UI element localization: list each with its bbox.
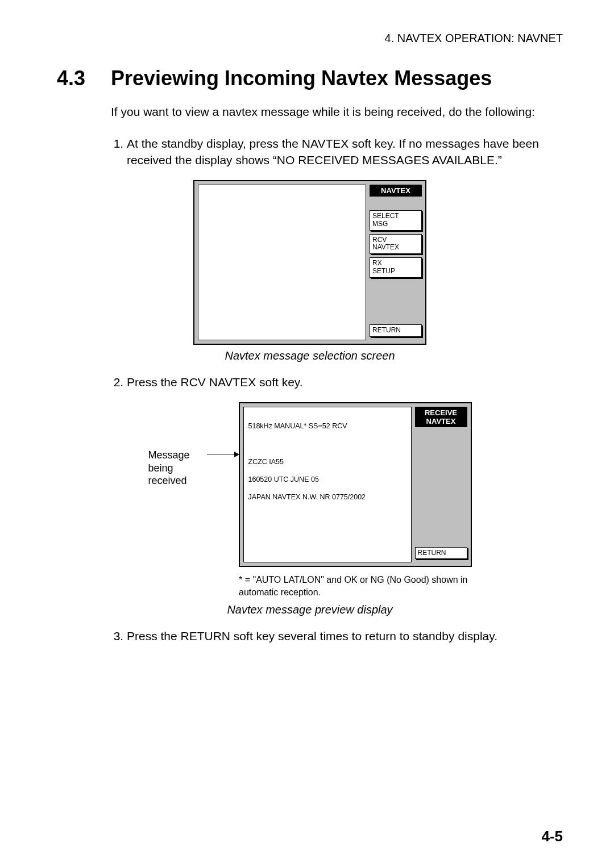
section-number: 4.3 [57,66,111,90]
page: 4. NAVTEX OPERATION: NAVNET 4.3 Previewi… [0,0,614,868]
msg-line-2: 160520 UTC JUNE 05 [248,475,319,483]
chapter-header: 4. NAVTEX OPERATION: NAVNET [57,32,563,45]
figure-2-footnote: * = "AUTO LAT/LON" and OK or NG (No Good… [239,574,472,598]
navtex-selection-screen: NAVTEX SELECT MSG RCV NAVTEX RX SETUP RE… [193,180,426,345]
softkey-title: RECEIVE NAVTEX [415,407,467,427]
step-3: Press the RETURN soft key several times … [127,628,563,644]
step-list-end: Press the RETURN soft key several times … [111,628,563,644]
softkey-return[interactable]: RETURN [370,324,422,337]
softkey-rcv-navtex[interactable]: RCV NAVTEX [370,234,422,254]
page-number: 4-5 [541,828,563,845]
section-title: Previewing Incoming Navtex Messages [111,66,492,90]
softkey-return[interactable]: RETURN [415,547,467,560]
figure-1-wrap: NAVTEX SELECT MSG RCV NAVTEX RX SETUP RE… [57,180,563,345]
softkey-rx-setup[interactable]: RX SETUP [370,257,422,278]
step-list-cont: Press the RCV NAVTEX soft key. [111,374,563,390]
softkey-title: NAVTEX [370,185,422,197]
step-1: At the standby display, press the NAVTEX… [127,136,563,168]
status-line: 518kHz MANUAL* SS=52 RCV [248,422,347,430]
display-area: 518kHz MANUAL* SS=52 RCV ZCZC IA55 16052… [243,407,412,562]
softkey-column: NAVTEX SELECT MSG RCV NAVTEX RX SETUP RE… [370,185,422,340]
msg-line-1: ZCZC IA55 [248,458,284,466]
step-list: At the standby display, press the NAVTEX… [111,136,563,168]
figure-1-caption: Navtex message selection screen [57,349,563,362]
navtex-preview-screen: 518kHz MANUAL* SS=52 RCV ZCZC IA55 16052… [239,402,472,567]
callout-arrow-icon [207,454,239,455]
figure-2-wrap: Message being received 518kHz MANUAL* SS… [57,402,563,567]
intro-paragraph: If you want to view a navtex message whi… [111,104,563,120]
section-heading: 4.3 Previewing Incoming Navtex Messages [57,66,563,90]
softkey-select-msg[interactable]: SELECT MSG [370,210,422,231]
callout-label: Message being received [148,449,202,487]
display-area [198,185,366,340]
msg-line-3: JAPAN NAVTEX N.W. NR 0775/2002 [248,493,366,501]
step-2: Press the RCV NAVTEX soft key. [127,374,563,390]
softkey-column: RECEIVE NAVTEX RETURN [415,407,467,562]
figure-2-caption: Navtex message preview display [57,603,563,616]
